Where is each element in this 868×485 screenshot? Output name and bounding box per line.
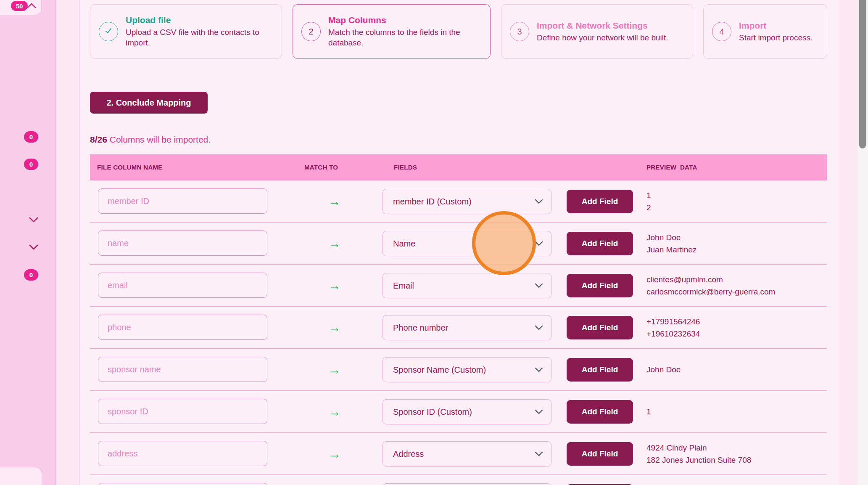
add-field-button[interactable]: Add Field [567, 190, 633, 213]
conclude-mapping-button[interactable]: 2. Conclude Mapping [90, 92, 208, 114]
preview-data-cell: 4924 Cindy Plain182 Jones Junction Suite… [646, 433, 751, 474]
field-select[interactable]: Phone number [383, 315, 551, 340]
sidebar-bottom-panel [0, 467, 42, 485]
arrow-right-icon: → [328, 307, 341, 349]
vertical-scrollbar-thumb[interactable] [859, 0, 866, 148]
add-field-button[interactable]: Add Field [567, 274, 633, 297]
step-title: Import & Network Settings [537, 21, 668, 31]
preview-data-cell: John DoeJuan Martinez [646, 223, 697, 264]
arrow-right-icon: → [328, 475, 341, 485]
chevron-down-icon [534, 323, 543, 333]
header-fields: FIELDS [394, 154, 417, 180]
preview-data-line: 1 [646, 189, 651, 201]
field-select[interactable]: Address [383, 441, 551, 466]
preview-data-line: Juan Martinez [646, 244, 697, 256]
arrow-right-icon: → [328, 265, 341, 307]
file-column-name-input[interactable] [98, 357, 267, 382]
columns-count: 8/26 [90, 135, 107, 144]
table-row: →member ID (Custom)Add Field12 [90, 180, 827, 223]
file-column-name-input[interactable] [98, 315, 267, 340]
zero-badge: 0 [24, 159, 38, 170]
columns-imported-summary: 8/26 Columns will be imported. [90, 135, 211, 145]
file-column-name-input[interactable] [98, 483, 267, 485]
file-column-name-input[interactable] [98, 273, 267, 298]
field-select-value: Sponsor Name (Custom) [393, 365, 486, 375]
count-badge: 50 [11, 1, 28, 11]
step-card-import-network-settings: 3 Import & Network Settings Define how y… [501, 4, 693, 59]
chevron-down-icon [534, 365, 543, 375]
field-select-value: Phone number [393, 323, 448, 333]
chevron-down-icon[interactable] [28, 216, 40, 225]
table-row: →Sponsor ID (Custom)Add Field1 [90, 391, 827, 433]
preview-data-cell: John Doe [646, 349, 681, 390]
field-select[interactable]: Sponsor Name (Custom) [383, 357, 551, 382]
step-description: Start import process. [739, 32, 813, 43]
preview-data-line: 182 Jones Junction Suite 708 [646, 454, 751, 466]
column-mapping-table: FILE COLUMN NAME MATCH TO FIELDS PREVIEW… [90, 154, 827, 485]
left-sidebar: 50 0 0 0 [0, 0, 56, 485]
step-description: Upload a CSV file with the contacts to i… [126, 27, 273, 48]
table-row: →Sponsor Name (Custom)Add FieldJohn Doe [90, 349, 827, 391]
field-select-value: Sponsor ID (Custom) [393, 407, 472, 417]
click-highlight-circle [472, 211, 536, 275]
file-column-name-input[interactable] [98, 188, 267, 214]
preview-data-line: John Doe [646, 363, 681, 376]
preview-data-cell: 12 [646, 180, 651, 222]
zero-badge: 0 [24, 269, 38, 281]
file-column-name-input[interactable] [98, 399, 267, 424]
step-card-import: 4 Import Start import process. [703, 4, 827, 59]
file-column-name-input[interactable] [98, 441, 267, 466]
step-check-circle [99, 22, 118, 41]
field-select-value: member ID (Custom) [393, 197, 472, 207]
check-icon [104, 26, 113, 37]
preview-data-line: 4924 Cindy Plain [646, 442, 751, 454]
preview-data-line: 2 [646, 201, 651, 214]
add-field-button[interactable]: Add Field [567, 442, 633, 466]
arrow-right-icon: → [328, 391, 341, 433]
header-preview-data: PREVIEW_DATA [646, 154, 697, 180]
step-title: Map Columns [328, 15, 480, 25]
add-field-button[interactable]: Add Field [567, 400, 633, 424]
step-number-circle: 4 [712, 22, 731, 41]
table-row: →Phone numberAdd Field+17991564246+19610… [90, 307, 827, 349]
step-description: Define how your network will be built. [537, 32, 668, 43]
arrow-right-icon: → [328, 349, 341, 391]
field-select[interactable]: Email [383, 273, 551, 298]
preview-data-line: carlosmccormick@berry-guerra.com [646, 286, 775, 298]
step-description: Match the columns to the fields in the d… [328, 27, 480, 48]
chevron-up-icon[interactable] [26, 2, 37, 11]
field-select-value: Email [393, 281, 414, 291]
field-select[interactable]: Sponsor ID (Custom) [383, 399, 551, 424]
chevron-down-icon [534, 281, 543, 291]
arrow-right-icon: → [328, 223, 341, 265]
step-title: Upload file [126, 15, 273, 25]
table-body: →member ID (Custom)Add Field12→NameAdd F… [90, 180, 827, 485]
preview-data-line: 1 [646, 405, 651, 418]
table-row: →AddressAdd Field4924 Cindy Plain182 Jon… [90, 433, 827, 475]
import-wizard-panel: Upload file Upload a CSV file with the c… [79, 0, 838, 485]
arrow-right-icon: → [328, 433, 341, 475]
add-field-button[interactable]: Add Field [567, 316, 633, 339]
table-header-row: FILE COLUMN NAME MATCH TO FIELDS PREVIEW… [90, 154, 827, 180]
add-field-button[interactable]: Add Field [567, 232, 633, 255]
preview-data-line: +17991564246 [646, 315, 700, 328]
step-number-circle: 2 [301, 22, 321, 41]
arrow-right-icon: → [328, 180, 341, 223]
field-select[interactable]: member ID (Custom) [383, 189, 551, 214]
preview-data-cell: +17991564246+19610232634 [646, 307, 700, 348]
zero-badge: 0 [24, 131, 38, 143]
step-number-circle: 3 [510, 22, 529, 41]
add-field-button[interactable]: Add Field [567, 358, 633, 382]
preview-data-cell: 1 [646, 391, 651, 432]
field-select[interactable] [383, 483, 551, 485]
table-row: →NameAdd FieldJohn DoeJuan Martinez [90, 223, 827, 265]
step-card-map-columns: 2 Map Columns Match the columns to the f… [293, 4, 491, 59]
field-select-value: Address [393, 449, 424, 459]
table-row: →Add Field [90, 475, 827, 485]
preview-data-line: clientes@upmlm.com [646, 273, 775, 286]
step-card-upload-file: Upload file Upload a CSV file with the c… [90, 4, 282, 59]
file-column-name-input[interactable] [98, 231, 267, 256]
header-file-column-name: FILE COLUMN NAME [97, 154, 163, 180]
chevron-down-icon [534, 407, 543, 417]
chevron-down-icon[interactable] [28, 243, 40, 252]
